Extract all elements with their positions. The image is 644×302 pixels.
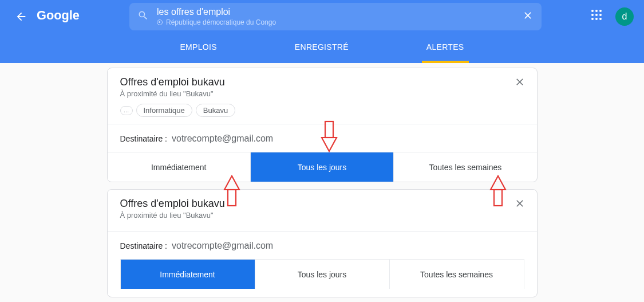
search-icon: [137, 10, 149, 23]
recipient-label: Destinataire :: [120, 134, 167, 143]
search-text-block: les offres d'emploi République démocrati…: [157, 7, 514, 26]
account-avatar[interactable]: d: [615, 7, 634, 26]
alert-subtitle: À proximité du lieu "Bukavu": [120, 89, 524, 98]
header-top-row: Google les offres d'emploi République dé…: [0, 0, 644, 33]
close-icon: [514, 198, 526, 209]
alert-title: Offres d'emploi bukavu: [120, 76, 524, 88]
alerts-list: Offres d'emploi bukavu À proximité du li…: [107, 68, 538, 297]
freq-daily[interactable]: Tous les jours: [255, 260, 390, 289]
alert-title: Offres d'emploi bukavu: [120, 198, 524, 210]
clear-search-button[interactable]: [522, 10, 534, 23]
search-query: les offres d'emploi: [157, 7, 514, 17]
search-location: République démocratique du Congo: [157, 18, 514, 26]
recipient-value: votrecompte@gmail.com: [172, 241, 273, 251]
alert-card: Offres d'emploi bukavu À proximité du li…: [107, 68, 538, 182]
chip-collapse-icon[interactable]: …: [120, 106, 133, 115]
dismiss-alert-button[interactable]: [514, 76, 526, 90]
recipient-row: Destinataire : votrecompte@gmail.com: [120, 232, 524, 259]
location-icon: [157, 19, 163, 25]
google-apps-button[interactable]: [591, 10, 605, 23]
back-button[interactable]: [14, 10, 28, 23]
tab-enregistre[interactable]: ENREGISTRÉ: [290, 42, 353, 63]
search-bar[interactable]: les offres d'emploi République démocrati…: [129, 3, 542, 30]
dismiss-alert-button[interactable]: [514, 198, 526, 211]
recipient-value: votrecompte@gmail.com: [172, 134, 273, 144]
freq-weekly[interactable]: Toutes les semaines: [390, 260, 524, 289]
app-header: Google les offres d'emploi République dé…: [0, 0, 644, 63]
freq-immediate[interactable]: Immédiatement: [108, 152, 251, 182]
tabs-bar: EMPLOIS ENREGISTRÉ ALERTES: [0, 33, 644, 63]
filter-chip[interactable]: Informatique: [136, 104, 192, 117]
frequency-selector: Immédiatement Tous les jours Toutes les …: [120, 259, 524, 289]
frequency-selector: Immédiatement Tous les jours Toutes les …: [108, 152, 537, 182]
filter-chips-row: … Informatique Bukavu: [120, 104, 524, 117]
back-arrow-icon: [15, 10, 27, 23]
location-text: République démocratique du Congo: [166, 18, 276, 26]
freq-immediate[interactable]: Immédiatement: [120, 260, 255, 289]
google-logo[interactable]: Google: [37, 6, 89, 27]
alert-card: Offres d'emploi bukavu À proximité du li…: [107, 189, 538, 297]
recipient-row: Destinataire : votrecompte@gmail.com: [120, 124, 524, 152]
avatar-letter: d: [622, 11, 627, 22]
close-icon: [514, 76, 526, 88]
freq-weekly[interactable]: Toutes les semaines: [394, 152, 536, 182]
freq-daily[interactable]: Tous les jours: [251, 152, 394, 182]
tab-alertes[interactable]: ALERTES: [422, 42, 469, 63]
filter-chip[interactable]: Bukavu: [196, 104, 235, 117]
close-icon: [522, 10, 534, 21]
recipient-label: Destinataire :: [120, 241, 167, 250]
alert-subtitle: À proximité du lieu "Bukavu": [120, 211, 524, 219]
tab-emplois[interactable]: EMPLOIS: [175, 42, 221, 63]
svg-text:Google: Google: [37, 8, 80, 22]
